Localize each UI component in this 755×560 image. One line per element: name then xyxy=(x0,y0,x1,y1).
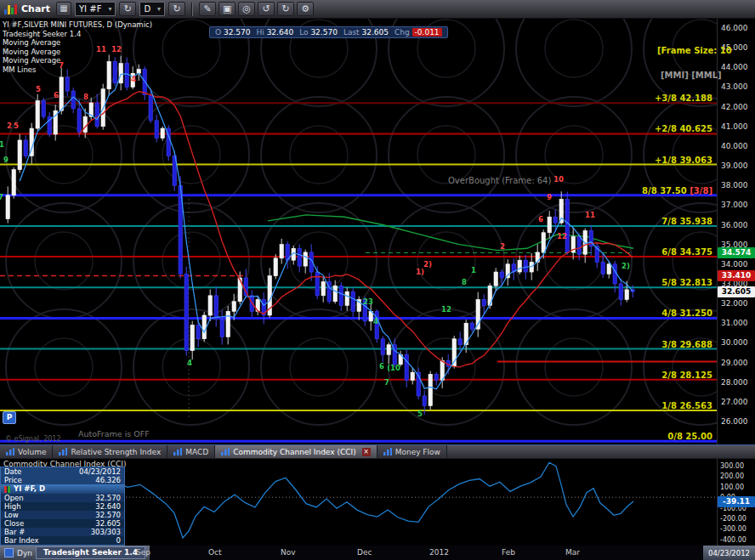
price-tick: 26.000 xyxy=(721,417,748,426)
price-tick: 29.000 xyxy=(721,359,748,367)
mml-label: 7/8 35.938 xyxy=(661,217,712,226)
price-chart-canvas[interactable] xyxy=(0,19,717,444)
wave-label: 12 xyxy=(111,45,122,54)
wave-label: 7 xyxy=(0,193,3,201)
chart-menu-icon[interactable]: ▦ xyxy=(56,2,71,16)
time-axis-label: Feb xyxy=(502,548,515,557)
mml-frame-suffix: [3/8] xyxy=(687,186,712,195)
data-window-row: Open32.570 xyxy=(1,494,124,502)
wave-label: 6 xyxy=(54,90,59,99)
autoframe-label: AutoFrame is OFF xyxy=(78,429,150,438)
wave-label: 11 xyxy=(96,45,106,54)
price-tick: 34.000 xyxy=(721,260,748,269)
price-tick: 43.000 xyxy=(721,82,748,91)
tab-label: MACD xyxy=(185,448,208,456)
mmi-mml-label: [MMI] [MML] xyxy=(661,71,722,80)
tab-chart-icon xyxy=(6,448,14,455)
wave-label: 4 xyxy=(131,75,136,83)
price-tick: 42.000 xyxy=(721,103,748,111)
cci-tick: -400.00 xyxy=(720,536,746,544)
wave-label: 1 xyxy=(471,265,476,274)
wave-label: 2 xyxy=(500,241,505,250)
tab-chart-icon xyxy=(383,448,392,455)
crosshair-icon[interactable]: ◎ xyxy=(238,2,255,16)
price-tick: 28.000 xyxy=(721,378,748,387)
time-axis-label: Mar xyxy=(565,548,580,557)
tab-chart-icon xyxy=(221,448,230,455)
toolbar-separator xyxy=(191,3,193,16)
mml-label: 0/8 25.00 xyxy=(667,432,712,441)
cci-axis[interactable]: 300.00200.00100.000.00-100.00-200.00-300… xyxy=(717,459,755,546)
price-tick: 41.000 xyxy=(721,122,748,131)
chevron-down-icon: ▾ xyxy=(108,5,111,13)
chg-label: Chg xyxy=(395,28,410,37)
legend-line: Moving Average xyxy=(3,48,152,57)
tab-money-flow[interactable]: Money Flow xyxy=(378,445,447,458)
wave-label: 12 xyxy=(441,305,451,314)
settings-icon[interactable]: ⚙ xyxy=(297,2,314,16)
chevron-down-icon: ▾ xyxy=(157,5,161,13)
window-title: Chart xyxy=(21,3,50,14)
status-date: 04/23/2012 xyxy=(703,546,755,560)
p-button[interactable]: P xyxy=(3,411,16,424)
chart-legend: YI #F,SILVER MINI FUTURES, D (Dynamic) T… xyxy=(3,20,152,74)
status-left: Dyn Tradesight Seeker 1.4 xyxy=(0,546,150,560)
high-value: 32.640 xyxy=(267,28,294,37)
wave-label: 4 xyxy=(373,316,378,325)
low-value: 32.570 xyxy=(310,28,338,37)
open-value: 32.570 xyxy=(224,28,251,37)
legend-line: MM Lines xyxy=(3,65,152,75)
time-axis-label: Oct xyxy=(208,548,222,557)
tab-label: Money Flow xyxy=(395,448,440,456)
data-window-row: Bar Index0 xyxy=(1,536,124,545)
time-axis-label: Sep xyxy=(136,548,150,557)
tab-macd[interactable]: MACD xyxy=(167,445,215,458)
legend-line: Tradesight Seeker 1.4 xyxy=(3,30,152,39)
price-badge: 34.574 xyxy=(718,247,755,258)
symbol-lookup-button[interactable]: ↻ xyxy=(119,2,136,16)
price-badge: 32.605 xyxy=(718,286,755,297)
cci-tick: 200.00 xyxy=(720,472,744,480)
price-tick: 32.000 xyxy=(721,299,748,308)
overbought-label: OverBought (Frame: 64) xyxy=(448,176,551,185)
time-axis-label: Nov xyxy=(281,548,296,557)
wave-label: 10 xyxy=(553,175,564,184)
tab-commodity-channel-index-cci[interactable]: Commodity Channel Index (CCI)× xyxy=(215,445,377,458)
data-window-header: YI #F, D xyxy=(1,484,124,494)
symbol-combo[interactable]: YI #F ▾ xyxy=(75,2,116,16)
legend-line: Moving Average xyxy=(3,56,152,65)
price-tick: 30.000 xyxy=(721,338,748,347)
symbol-value: YI #F xyxy=(79,4,101,14)
mml-label: 4/8 31.250 xyxy=(661,308,712,318)
price-badge: 33.410 xyxy=(718,270,755,281)
toolbar: Chart ▦ YI #F ▾ ↻ D ▾ ↻ ✎▣◎↺↻⚙ xyxy=(0,0,755,19)
price-tick: 38.000 xyxy=(721,181,748,189)
tab-label: Commodity Channel Index (CCI) xyxy=(233,448,355,456)
price-axis[interactable]: 46.00045.00044.00043.00042.00041.00040.0… xyxy=(717,19,755,444)
tab-label: Volume xyxy=(18,448,46,456)
interval-combo[interactable]: D ▾ xyxy=(139,2,165,16)
seeker-badge: Tradesight Seeker 1.4 xyxy=(36,546,145,559)
tab-volume[interactable]: Volume xyxy=(0,445,53,458)
interval-lookup-button[interactable]: ↻ xyxy=(168,2,185,16)
price-tick: 37.000 xyxy=(721,201,748,209)
wave-label: 5 xyxy=(417,409,423,417)
undo-icon[interactable]: ↺ xyxy=(258,2,275,16)
data-window-row: Date04/23/2012 xyxy=(1,467,124,476)
tab-relative-strength-index[interactable]: Relative Strength Index xyxy=(53,445,167,458)
data-window: Date04/23/2012Price46.326YI #F, DOpen32.… xyxy=(0,467,125,546)
tab-chart-icon xyxy=(59,448,67,455)
redo-icon[interactable]: ↻ xyxy=(277,2,294,16)
main-chart-panel: 46.00045.00044.00043.00042.00041.00040.0… xyxy=(0,19,755,444)
low-label: Lo xyxy=(299,28,308,37)
shapes-icon[interactable]: ▣ xyxy=(219,2,236,16)
wave-label: 23 xyxy=(363,297,373,305)
dyn-mode-label[interactable]: Dyn xyxy=(17,549,32,557)
pencil-icon[interactable]: ✎ xyxy=(199,2,216,16)
time-axis-label: Dec xyxy=(357,548,372,557)
tab-close-icon[interactable]: × xyxy=(362,448,371,456)
mml-label: 6/8 34.375 xyxy=(661,247,712,257)
mml-label: 8/8 37.50 [3/8] xyxy=(642,186,712,195)
last-label: Last xyxy=(343,28,360,37)
data-window-row: High32.640 xyxy=(1,502,124,511)
